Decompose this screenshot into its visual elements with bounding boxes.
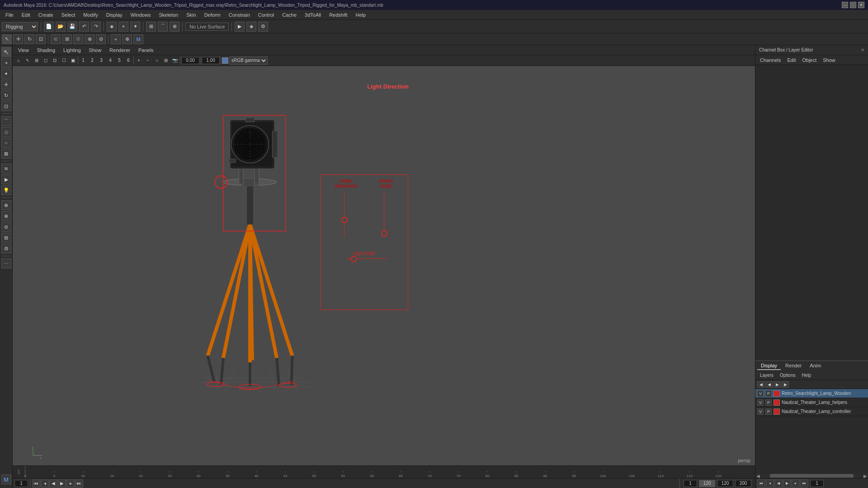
select-lt-button[interactable]: ↖: [1, 47, 11, 57]
lasso-button[interactable]: ⌖: [118, 22, 128, 32]
redo-button[interactable]: ↷: [91, 22, 101, 32]
menu-display[interactable]: Display: [103, 11, 126, 19]
menu-deform[interactable]: Deform: [201, 11, 224, 19]
shutter-slider[interactable]: [384, 192, 384, 237]
layer-p-3[interactable]: P: [765, 408, 772, 415]
channel-box-close-icon[interactable]: ✕: [861, 47, 864, 52]
layer-nav3-button[interactable]: ▶: [782, 381, 789, 388]
layer-v-1[interactable]: V: [757, 390, 764, 397]
paint-lt-button[interactable]: ✦: [1, 69, 11, 79]
right-step-forward[interactable]: ▸: [792, 479, 800, 488]
layers-menu[interactable]: Layers: [757, 372, 776, 378]
constrain-lt-button[interactable]: ⊞: [1, 233, 11, 243]
vt-bounding-button[interactable]: ☐: [60, 56, 68, 65]
vp-lighting-menu[interactable]: Lighting: [60, 47, 85, 54]
vt-grid-button[interactable]: ⊞: [162, 56, 170, 65]
menu-cache[interactable]: Cache: [278, 11, 300, 19]
layer-nav1-button[interactable]: ◀: [765, 381, 773, 388]
soft-mod-button[interactable]: ⊂: [51, 34, 61, 44]
layer-v-3[interactable]: V: [757, 408, 764, 415]
layer-p-1[interactable]: P: [765, 390, 772, 397]
vt-wireframe-button[interactable]: ◻: [42, 56, 50, 65]
vt-5-button[interactable]: 5: [115, 56, 123, 65]
height-slider[interactable]: [344, 192, 344, 237]
close-button[interactable]: ✕: [858, 2, 864, 8]
menu-select[interactable]: Select: [58, 11, 79, 19]
poly-lt-button[interactable]: ◇: [1, 127, 11, 137]
plus-button[interactable]: +: [111, 34, 121, 44]
vp-show-menu[interactable]: Show: [85, 47, 105, 54]
current-frame-input[interactable]: [14, 480, 28, 487]
right-skip-end[interactable]: ⏭: [800, 479, 808, 488]
step-back-button[interactable]: ◂: [41, 479, 49, 488]
color-space-dropdown[interactable]: sRGB gamma: [229, 56, 268, 65]
right-skip-start[interactable]: ⏮: [757, 479, 765, 488]
step-forward-button[interactable]: ▸: [66, 479, 75, 488]
play-back-button[interactable]: ◀: [49, 479, 57, 488]
rotate-lt-button[interactable]: ↻: [1, 90, 11, 100]
skin-lt-button[interactable]: ⊕: [1, 211, 11, 221]
lattice-button[interactable]: ⊞: [62, 34, 72, 44]
cb-edit-menu[interactable]: Edit: [784, 56, 798, 64]
vp-view-menu[interactable]: View: [14, 47, 33, 54]
current-frame-input-2[interactable]: [699, 480, 715, 487]
tab-render[interactable]: Render: [782, 362, 805, 370]
minimize-button[interactable]: ─: [842, 2, 848, 8]
scrollbar-thumb[interactable]: [770, 474, 854, 478]
range-start-input[interactable]: [684, 480, 697, 487]
deform-lt-button[interactable]: ≋: [1, 164, 11, 174]
menu-3dtoall[interactable]: 3dToAll: [301, 11, 325, 19]
cb-channels-menu[interactable]: Channels: [757, 56, 783, 64]
vt-3-button[interactable]: 3: [97, 56, 105, 65]
layer-v-2[interactable]: V: [757, 399, 764, 406]
curve-lt-button[interactable]: ⌒: [1, 116, 11, 126]
exposure-input[interactable]: 0.00: [181, 57, 199, 64]
vp-renderer-menu[interactable]: Renderer: [106, 47, 134, 54]
rigging-lt-button[interactable]: ⚙: [1, 244, 11, 253]
timeline-numbers[interactable]: 0510152025303540455055606570758085909510…: [25, 466, 755, 478]
subdiv-lt-button[interactable]: ⊠: [1, 149, 11, 159]
move-button[interactable]: ✛: [13, 34, 23, 44]
vt-2-button[interactable]: 2: [88, 56, 96, 65]
cb-object-menu[interactable]: Object: [799, 56, 819, 64]
plus2-button[interactable]: ⊕: [122, 34, 132, 44]
vt-smooth-button[interactable]: ⊡: [51, 56, 59, 65]
menu-create[interactable]: Create: [35, 11, 57, 19]
help-menu[interactable]: Help: [799, 372, 814, 378]
new-scene-button[interactable]: 📄: [44, 22, 54, 32]
menu-file[interactable]: File: [2, 11, 17, 19]
vt-camera-button[interactable]: 📷: [171, 56, 179, 65]
joint-lt-button[interactable]: ⊗: [1, 200, 11, 210]
right-step-back[interactable]: ◂: [766, 479, 774, 488]
menu-constrain[interactable]: Constrain: [225, 11, 254, 19]
layer-row-2[interactable]: V P Nautical_Theater_Lamp_helpers: [755, 398, 868, 407]
ik-button[interactable]: ⊘: [96, 34, 106, 44]
layer-scrollbar[interactable]: ◀ ▶: [755, 474, 868, 478]
range-end-input-2[interactable]: [717, 480, 733, 487]
surface-lt-button[interactable]: ○: [1, 138, 11, 148]
options-menu[interactable]: Options: [777, 372, 798, 378]
render-lt-button[interactable]: 💡: [1, 185, 11, 195]
select-tool-button[interactable]: ◈: [107, 22, 117, 32]
menu-modify[interactable]: Modify: [80, 11, 101, 19]
menu-skin[interactable]: Skin: [183, 11, 199, 19]
mode-dropdown[interactable]: Rigging Animation Modeling: [2, 22, 38, 31]
vt-layout-button[interactable]: ⊞: [33, 56, 41, 65]
viewport-3d[interactable]: Light Direction: [13, 66, 755, 465]
cb-show-menu[interactable]: Show: [820, 56, 838, 64]
play-forward-button[interactable]: ▶: [58, 479, 66, 488]
skip-to-end-button[interactable]: ⏭: [75, 479, 83, 488]
snap-point-button[interactable]: ⊕: [170, 22, 179, 32]
vp-panels-menu[interactable]: Panels: [135, 47, 157, 54]
anim-lt-button[interactable]: ▶: [1, 174, 11, 184]
cluster-button[interactable]: ☉: [73, 34, 83, 44]
more-lt-button[interactable]: ⋯: [1, 258, 11, 268]
right-play-back[interactable]: ◀: [774, 479, 783, 488]
render-button[interactable]: ▶: [235, 22, 245, 32]
gamma-input[interactable]: 1.00: [202, 57, 220, 64]
tab-anim[interactable]: Anim: [806, 362, 825, 370]
scale-lt-button[interactable]: ⊡: [1, 101, 11, 111]
scale-button[interactable]: ⊡: [36, 34, 46, 44]
layer-row-1[interactable]: V P Retro_Searchlight_Lamp_Wooden: [755, 389, 868, 398]
scroll-left-icon[interactable]: ◀: [755, 474, 761, 479]
